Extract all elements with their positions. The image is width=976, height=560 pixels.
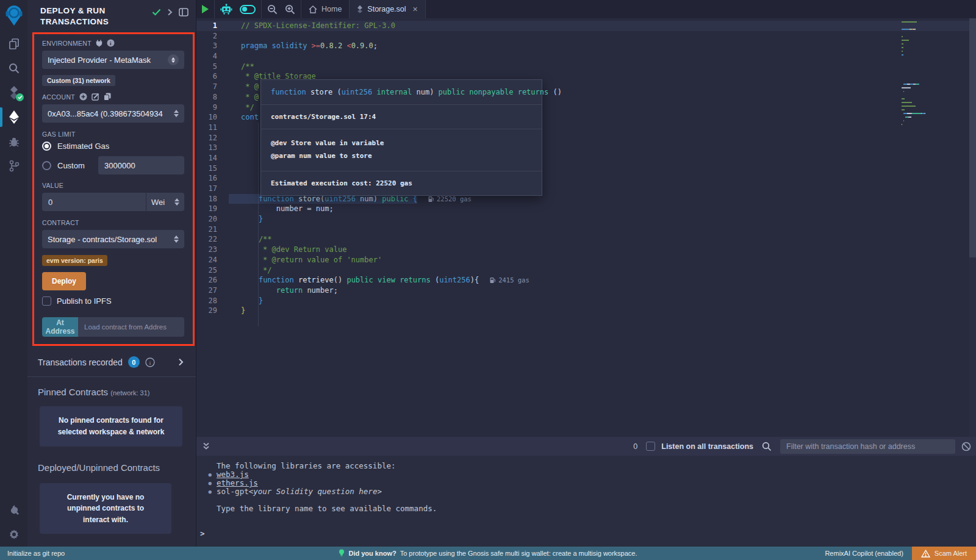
code-line-25[interactable]: 25 */	[196, 265, 976, 276]
zoom-out-icon[interactable]	[267, 4, 278, 15]
publish-ipfs-checkbox[interactable]	[42, 296, 51, 306]
terminal-search-icon[interactable]	[762, 442, 772, 451]
code-line-2[interactable]: 2	[196, 31, 976, 41]
line-number: 8	[196, 92, 229, 102]
library-link[interactable]: web3.js	[217, 470, 249, 479]
code-line-21[interactable]: 21	[196, 224, 976, 235]
copilot-status[interactable]: RemixAI Copilot (enabled)	[825, 550, 903, 557]
ai-copilot-robot-icon[interactable]	[220, 4, 232, 15]
contract-select[interactable]: Storage - contracts/Storage.sol	[42, 230, 184, 248]
custom-gas-radio[interactable]	[42, 161, 51, 170]
terminal-prompt[interactable]: >	[200, 529, 205, 538]
editor-scrollbar-thumb[interactable]	[969, 18, 976, 257]
editor-minimap[interactable]	[902, 20, 928, 126]
code-line-23[interactable]: 23 * @dev Return value	[196, 245, 976, 255]
line-number: 9	[196, 102, 229, 113]
line-number: 24	[196, 255, 229, 265]
at-address-input[interactable]	[78, 317, 184, 337]
panel-pin-icon[interactable]	[179, 8, 188, 16]
transactions-info-icon[interactable]: i	[145, 357, 155, 367]
environment-plug-icon[interactable]	[96, 40, 102, 47]
code-line-5[interactable]: 5/**	[196, 62, 976, 72]
estimated-gas-radio[interactable]	[42, 142, 51, 151]
settings-gear-icon[interactable]	[0, 522, 27, 547]
editor-scrollbar-track[interactable]	[969, 18, 976, 437]
tooltip-doc-dev: @dev Store value in variable	[271, 137, 532, 150]
tab-storage-sol[interactable]: Storage.sol ×	[350, 0, 425, 18]
run-script-icon[interactable]	[202, 5, 209, 13]
pinned-empty-message: No pinned contracts found for selected w…	[40, 406, 182, 446]
warning-triangle-icon	[921, 550, 930, 558]
transactions-count-badge: 0	[128, 356, 140, 368]
line-number: 7	[196, 82, 229, 92]
git-init-link[interactable]: Initialize as git repo	[0, 550, 65, 557]
account-select[interactable]: 0xA03...85ac4 (0.398673504934	[42, 104, 184, 123]
panel-title: DEPLOY & RUN TRANSACTIONS	[40, 5, 132, 27]
transaction-filter-input[interactable]	[780, 439, 955, 454]
environment-label: ENVIRONMENT	[42, 40, 92, 47]
transactions-recorded-row[interactable]: Transactions recorded 0 i	[27, 346, 196, 377]
remix-logo-icon[interactable]	[0, 0, 27, 32]
line-number: 26	[196, 275, 229, 285]
code-line-19[interactable]: 19 number = num;	[196, 204, 976, 214]
line-number: 15	[196, 163, 229, 174]
code-line-27[interactable]: 27 return number;	[196, 285, 976, 296]
value-input[interactable]: 0	[42, 193, 146, 211]
tooltip-signature: function store (uint256 internal num) pu…	[261, 80, 542, 105]
code-line-22[interactable]: 22 /**	[196, 234, 976, 245]
solidity-compiler-icon[interactable]	[0, 81, 27, 105]
at-address-button[interactable]: At Address	[42, 317, 78, 337]
plugin-manager-icon[interactable]	[0, 498, 27, 522]
terminal-collapse-icon[interactable]	[203, 442, 210, 450]
tab-close-icon[interactable]: ×	[413, 4, 418, 14]
environment-info-icon[interactable]: i	[107, 39, 115, 47]
code-text: pragma solidity >=0.8.2 <0.9.0;	[229, 41, 378, 51]
code-line-26[interactable]: 26 function retrieve() public view retur…	[196, 275, 976, 285]
code-line-28[interactable]: 28 }	[196, 296, 976, 306]
publish-ipfs-label: Publish to IPFS	[57, 296, 112, 306]
line-number: 25	[196, 265, 229, 276]
zoom-in-icon[interactable]	[285, 4, 295, 15]
deploy-run-icon[interactable]	[0, 105, 27, 129]
scam-alert-button[interactable]: Scam Alert	[912, 547, 976, 560]
pinned-network-label: (network: 31)	[110, 389, 149, 397]
code-line-29[interactable]: 29}	[196, 306, 976, 316]
code-line-4[interactable]: 4	[196, 51, 976, 62]
search-icon[interactable]	[0, 56, 27, 81]
code-line-20[interactable]: 20 }	[196, 214, 976, 224]
panel-check-icon	[152, 9, 161, 16]
code-editor[interactable]: 1// SPDX-License-Identifier: GPL-3.023pr…	[196, 18, 976, 437]
line-number: 13	[196, 143, 229, 153]
line-number: 18	[196, 194, 229, 204]
line-number: 19	[196, 204, 229, 214]
code-line-3[interactable]: 3pragma solidity >=0.8.2 <0.9.0;	[196, 41, 976, 51]
function-hover-tooltip: function store (uint256 internal num) pu…	[260, 79, 542, 196]
sign-message-icon[interactable]	[92, 93, 99, 101]
copilot-toggle[interactable]	[240, 5, 256, 14]
environment-select[interactable]: Injected Provider - MetaMask	[42, 51, 184, 69]
git-icon[interactable]	[0, 154, 27, 178]
copy-account-icon[interactable]	[104, 93, 111, 101]
code-line-1[interactable]: 1// SPDX-License-Identifier: GPL-3.0	[196, 21, 976, 31]
terminal-output[interactable]: The following libraries are accessible:●…	[196, 456, 976, 547]
panel-collapse-chevron-icon[interactable]	[167, 9, 173, 16]
code-text: /**	[229, 234, 272, 245]
terminal-clear-icon[interactable]	[961, 442, 971, 451]
tooltip-doc-param: @param num value to store	[271, 150, 532, 163]
terminal-text: Type the library name to see available c…	[217, 504, 437, 513]
transactions-expand-chevron-icon[interactable]	[178, 358, 184, 366]
library-link[interactable]: ethers.js	[217, 479, 258, 487]
value-unit-select[interactable]: Wei	[146, 193, 184, 211]
code-line-24[interactable]: 24 * @return value of 'number'	[196, 255, 976, 265]
code-text	[229, 31, 241, 41]
deploy-button[interactable]: Deploy	[42, 272, 86, 290]
custom-gas-input[interactable]	[98, 156, 184, 174]
add-account-icon[interactable]	[79, 93, 87, 101]
tooltip-file-location: contracts/Storage.sol 17:4	[261, 105, 542, 129]
debugger-icon[interactable]	[0, 129, 27, 154]
code-text: // SPDX-License-Identifier: GPL-3.0	[229, 21, 395, 31]
listen-all-checkbox[interactable]	[646, 442, 655, 451]
tab-home[interactable]: Home	[301, 0, 350, 18]
bullet-icon: ●	[196, 470, 217, 479]
file-explorer-icon[interactable]	[0, 32, 27, 56]
